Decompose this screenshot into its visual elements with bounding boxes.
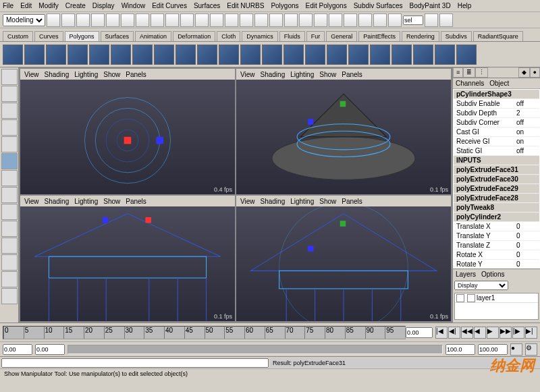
menu-editpolygons[interactable]: Edit Polygons [306, 2, 347, 9]
shelf-sphere-icon[interactable] [3, 45, 23, 65]
shelf-poly-icon[interactable] [219, 45, 239, 65]
vp-show[interactable]: Show [319, 71, 336, 78]
tab-rendering[interactable]: Rendering [402, 31, 439, 41]
input-node[interactable]: polyExtrudeFace28 [454, 194, 539, 203]
anim-start-field[interactable] [3, 344, 32, 355]
menu-edit[interactable]: Edit [20, 2, 32, 9]
range-start-field[interactable] [35, 344, 65, 355]
shelf-cone-icon[interactable] [68, 45, 88, 65]
scale-tool-icon[interactable] [1, 136, 18, 152]
toolbar-icon[interactable] [439, 13, 453, 27]
step-forward-icon[interactable]: |▶ [512, 327, 524, 339]
chtab-icon[interactable]: ◆ [518, 67, 530, 78]
render-icon[interactable] [388, 13, 402, 27]
tab-painteffects[interactable]: PaintEffects [358, 31, 400, 41]
shelf-poly-icon[interactable] [240, 45, 261, 65]
viewport-canvas[interactable]: 0.1 fps [236, 206, 451, 321]
attr-row[interactable]: Subdiv Depth2 [454, 109, 539, 118]
input-node[interactable]: polyCylinder2 [454, 213, 539, 222]
tab-object[interactable]: Object [489, 80, 509, 87]
menu-editcurves[interactable]: Edit Curves [152, 2, 187, 9]
toolbar-icon[interactable] [151, 13, 164, 27]
lasso-tool-icon[interactable] [1, 86, 18, 102]
anim-end-field[interactable] [478, 344, 508, 355]
layout-single-icon[interactable] [1, 187, 18, 203]
shelf-poly-icon[interactable] [370, 45, 390, 65]
attr-row[interactable]: Receive GIon [454, 137, 539, 146]
attr-row[interactable]: Translate Y0 [454, 231, 539, 241]
attr-row[interactable]: Rotate Y0 [454, 260, 539, 269]
softmod-tool-icon[interactable] [1, 170, 18, 186]
rewind-start-icon[interactable]: |◀ [435, 327, 448, 339]
toolbar-icon[interactable] [180, 13, 194, 27]
viewport-persp[interactable]: View Shading Lighting Show Panels 0.1 fp… [236, 69, 451, 194]
toolbar-icon[interactable] [76, 13, 90, 27]
menu-help[interactable]: Help [458, 2, 472, 9]
layer-list[interactable]: layer1 [454, 293, 539, 320]
viewport-front[interactable]: View Shading Lighting Show Panels 0.1 fp… [20, 196, 235, 321]
chtab-icon[interactable]: ⋮ [475, 67, 488, 78]
tab-general[interactable]: General [326, 31, 357, 41]
shelf-ipt-icon[interactable] [456, 45, 477, 65]
layout-icon[interactable] [1, 288, 18, 304]
shelf-torus-icon[interactable] [111, 45, 131, 65]
snap-icon[interactable] [269, 13, 283, 27]
attr-row[interactable]: Static GIoff [454, 146, 539, 156]
toolbar-icon[interactable] [225, 13, 238, 27]
shelf-poly-icon[interactable] [132, 45, 153, 65]
menu-subdiv[interactable]: Subdiv Surfaces [354, 2, 403, 9]
tab-fluids[interactable]: Fluids [279, 31, 305, 41]
render-icon[interactable] [373, 13, 387, 27]
vp-lighting[interactable]: Lighting [74, 71, 98, 78]
forward-end-icon[interactable]: ▶| [525, 327, 537, 339]
range-end-field[interactable] [446, 344, 475, 355]
input-node[interactable]: polyExtrudeFace31 [454, 165, 539, 175]
layer-type-icon[interactable] [467, 294, 475, 302]
vp-view[interactable]: View [240, 71, 255, 78]
autokey-icon[interactable]: ● [510, 343, 522, 356]
tab-subdivs[interactable]: Subdivs [441, 31, 472, 41]
layout-icon[interactable] [1, 221, 18, 237]
current-time-field[interactable] [406, 327, 433, 338]
vp-view[interactable]: View [240, 198, 255, 205]
menu-file[interactable]: File [3, 2, 14, 9]
attr-row[interactable]: Translate X0 [454, 222, 539, 231]
rotate-tool-icon[interactable] [1, 119, 18, 136]
select-tool-icon[interactable] [1, 69, 18, 85]
attr-row[interactable]: Subdiv Enableoff [454, 99, 539, 109]
play-back-icon[interactable]: ◀ [474, 327, 486, 339]
manipulator-tool-icon[interactable] [1, 153, 18, 169]
vp-panels[interactable]: Panels [126, 71, 146, 78]
vp-panels[interactable]: Panels [342, 71, 362, 78]
history-icon[interactable] [329, 13, 342, 27]
shelf-poly-icon[interactable] [262, 45, 282, 65]
snap-icon[interactable] [299, 13, 313, 27]
input-node[interactable]: polyExtrudeFace29 [454, 184, 539, 194]
layer-vis-icon[interactable] [456, 294, 464, 302]
layout-icon[interactable] [1, 237, 18, 254]
tab-dynamics[interactable]: Dynamics [242, 31, 278, 41]
tab-custom[interactable]: Custom [3, 31, 33, 41]
shape-name[interactable]: pCylinderShape3 [454, 90, 539, 99]
chtab-icon[interactable]: ≡ [453, 67, 463, 78]
menu-window[interactable]: Window [122, 2, 146, 9]
shelf-cylinder-icon[interactable] [46, 45, 66, 65]
shelf-plane-icon[interactable] [89, 45, 109, 65]
layout-icon[interactable] [1, 271, 18, 287]
toolbar-icon[interactable] [240, 13, 253, 27]
menu-surfaces[interactable]: Surfaces [194, 2, 220, 9]
layout-four-icon[interactable] [1, 204, 18, 220]
menu-create[interactable]: Create [65, 2, 86, 9]
mel-input[interactable] [1, 358, 269, 368]
toolbar-icon[interactable] [425, 13, 438, 27]
tab-deformation[interactable]: Deformation [173, 31, 215, 41]
render-icon[interactable] [344, 13, 357, 27]
magnet-icon[interactable] [314, 13, 327, 27]
vp-show[interactable]: Show [103, 71, 120, 78]
step-back-icon[interactable]: ◀| [448, 327, 460, 339]
vp-shading[interactable]: Shading [45, 198, 70, 205]
shelf-poly-icon[interactable] [284, 45, 304, 65]
vp-lighting[interactable]: Lighting [74, 198, 98, 205]
vp-lighting[interactable]: Lighting [290, 71, 314, 78]
tab-layers[interactable]: Layers [456, 271, 476, 278]
